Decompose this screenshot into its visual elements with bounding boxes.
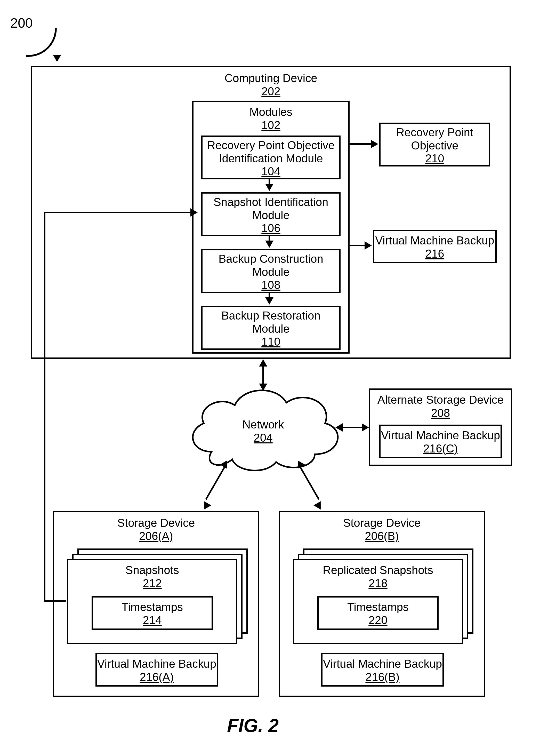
storage-a-timestamps-title: Timestamps	[93, 601, 211, 614]
snapshot-id-module-line2: Module	[202, 209, 339, 222]
storage-a-timestamps-ref: 214	[93, 614, 211, 627]
arrow-net-alt-line	[342, 427, 362, 428]
backup-construction-module-line1: Backup Construction	[202, 252, 339, 266]
storage-a-snapshots-ref: 212	[68, 577, 236, 590]
computing-device-ref: 202	[32, 85, 509, 98]
storage-a-snapshots-box: Snapshots 212 Timestamps 214	[67, 559, 237, 644]
arrow-108-110-head	[265, 297, 273, 305]
elbow-212-106-head	[191, 208, 198, 217]
backup-construction-module-line2: Module	[202, 266, 339, 279]
backup-restoration-module-line1: Backup Restoration	[202, 309, 339, 322]
elbow-212-106-h1	[44, 600, 66, 602]
storage-a-vmb-title: Virtual Machine Backup	[97, 658, 217, 671]
backup-construction-module-box: Backup Construction Module 108	[201, 249, 340, 293]
storage-b-box: Storage Device 206(B) Replicated Snapsho…	[279, 511, 485, 697]
storage-b-timestamps-title: Timestamps	[319, 601, 437, 614]
storage-a-title: Storage Device	[54, 517, 258, 529]
backup-restoration-module-box: Backup Restoration Module 110	[201, 306, 340, 350]
arrow-modules-rpo-line	[349, 143, 371, 145]
storage-b-vmb-title: Virtual Machine Backup	[323, 658, 443, 671]
vmb-box: Virtual Machine Backup 216	[373, 230, 497, 263]
storage-b-ref: 206(B)	[280, 529, 484, 543]
arrow-net-alt-right	[362, 423, 369, 432]
vmb-title: Virtual Machine Backup	[374, 234, 495, 247]
modules-ref: 102	[194, 119, 348, 132]
figure-ref-pointer-head	[53, 55, 61, 62]
storage-a-ref: 206(A)	[54, 529, 258, 543]
arrow-modules-vmb-head	[364, 241, 372, 249]
elbow-212-106-v	[44, 212, 46, 602]
figure-ref-pointer-curve	[26, 28, 57, 57]
rpo-id-module-line2: Identification Module	[202, 152, 339, 165]
storage-b-vmb-ref: 216(B)	[323, 671, 443, 684]
storage-b-timestamps-box: Timestamps 220	[317, 596, 439, 630]
storage-b-timestamps-ref: 220	[319, 614, 437, 627]
rpo-id-module-line1: Recovery Point Objective	[202, 139, 339, 152]
storage-a-vmb-box: Virtual Machine Backup 216(A)	[95, 653, 218, 686]
arrow-net-sb-down	[314, 501, 324, 512]
storage-b-snapshots-box: Replicated Snapshots 218 Timestamps 220	[293, 559, 463, 644]
storage-a-box: Storage Device 206(A) Snapshots 212 Time…	[53, 511, 259, 697]
backup-restoration-module-ref: 110	[202, 335, 339, 349]
arrow-106-108-line	[269, 235, 270, 241]
backup-restoration-module-line2: Module	[202, 322, 339, 336]
alt-storage-title: Alternate Storage Device	[370, 393, 511, 406]
alt-storage-vmb-ref: 216(C)	[380, 442, 500, 455]
arrow-modules-rpo-head	[371, 140, 378, 148]
rpo-line1: Recovery Point	[380, 126, 489, 139]
arrow-net-alt-left	[336, 423, 342, 432]
vmb-ref: 216	[374, 247, 495, 260]
arrow-104-106-head	[265, 184, 273, 191]
storage-b-snapshots-ref: 218	[294, 577, 462, 590]
rpo-id-module-box: Recovery Point Objective Identification …	[201, 135, 340, 179]
snapshot-id-module-ref: 106	[202, 222, 339, 235]
rpo-line2: Objective	[380, 139, 489, 152]
arrow-104-106-line	[269, 178, 270, 184]
diagram-page: 200 Computing Device 202 Modules 102 Rec…	[0, 0, 540, 756]
storage-b-snapshots-title: Replicated Snapshots	[294, 564, 462, 577]
network-title: Network	[181, 418, 346, 431]
storage-a-timestamps-box: Timestamps 214	[91, 596, 213, 630]
backup-construction-module-ref: 108	[202, 278, 339, 292]
storage-b-vmb-box: Virtual Machine Backup 216(B)	[321, 653, 444, 686]
alt-storage-vmb-title: Virtual Machine Backup	[380, 429, 500, 442]
arrow-cd-net-line	[262, 366, 264, 384]
alt-storage-box: Alternate Storage Device 208 Virtual Mac…	[369, 388, 512, 466]
alt-storage-vmb-box: Virtual Machine Backup 216(C)	[379, 425, 502, 458]
storage-a-snapshots-title: Snapshots	[68, 564, 236, 577]
snapshot-id-module-line1: Snapshot Identification	[202, 196, 339, 209]
modules-title: Modules	[194, 105, 348, 119]
snapshot-id-module-box: Snapshot Identification Module 106	[201, 192, 340, 236]
arrow-108-110-line	[269, 292, 270, 298]
computing-device-title: Computing Device	[32, 72, 509, 85]
storage-b-title: Storage Device	[280, 517, 484, 529]
figure-caption: FIG. 2	[227, 715, 279, 736]
storage-a-vmb-ref: 216(A)	[97, 671, 217, 684]
arrow-cd-net-up	[259, 359, 267, 367]
arrow-net-sa-down	[201, 501, 211, 512]
rpo-box: Recovery Point Objective 210	[379, 123, 490, 167]
elbow-212-106-h2	[44, 212, 191, 213]
arrow-modules-vmb-line	[349, 245, 365, 246]
alt-storage-ref: 208	[370, 406, 511, 420]
rpo-ref: 210	[380, 152, 489, 165]
arrow-cd-net-down	[259, 383, 267, 391]
arrow-106-108-head	[265, 240, 273, 248]
network-ref: 204	[181, 431, 346, 444]
modules-box: Modules 102 Recovery Point Objective Ide…	[192, 101, 349, 354]
rpo-id-module-ref: 104	[202, 165, 339, 178]
